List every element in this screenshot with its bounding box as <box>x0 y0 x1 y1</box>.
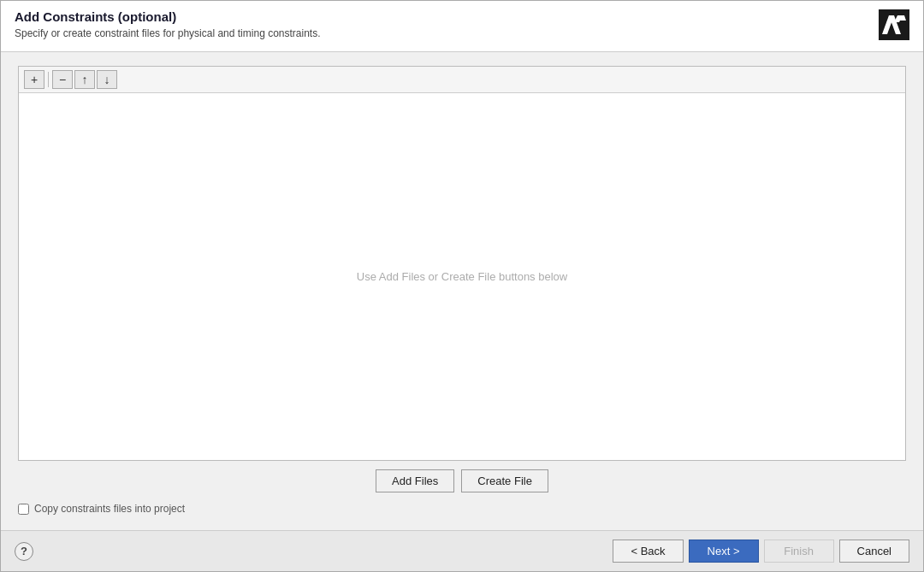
move-up-button[interactable]: ↑ <box>74 70 95 89</box>
footer-right: < Back Next > Finish Cancel <box>613 540 909 563</box>
back-button[interactable]: < Back <box>613 540 683 563</box>
create-file-button[interactable]: Create File <box>461 469 548 492</box>
dialog-subtitle: Specify or create constraint files for p… <box>15 27 879 39</box>
footer-left: ? <box>15 542 33 561</box>
dialog-title: Add Constraints (optional) <box>15 9 879 24</box>
main-content: + − ↑ ↓ Use Add Files or Create File but… <box>1 52 923 530</box>
file-list-area: Use Add Files or Create File buttons bel… <box>19 93 905 460</box>
bottom-actions: Add Files Create File <box>18 469 906 492</box>
header: Add Constraints (optional) Specify or cr… <box>1 1 923 52</box>
remove-button[interactable]: − <box>52 70 73 89</box>
file-panel: + − ↑ ↓ Use Add Files or Create File but… <box>18 66 906 461</box>
help-button[interactable]: ? <box>15 542 33 561</box>
dialog: Add Constraints (optional) Specify or cr… <box>0 0 924 572</box>
cancel-button[interactable]: Cancel <box>839 540 909 563</box>
add-button[interactable]: + <box>24 70 44 89</box>
copy-files-label[interactable]: Copy constraints files into project <box>34 503 185 515</box>
amd-logo <box>879 9 909 40</box>
toolbar: + − ↑ ↓ <box>19 67 905 93</box>
copy-files-checkbox[interactable] <box>18 504 29 515</box>
toolbar-separator <box>48 72 49 87</box>
copy-files-row: Copy constraints files into project <box>18 499 906 522</box>
footer: ? < Back Next > Finish Cancel <box>1 530 923 571</box>
next-button[interactable]: Next > <box>689 540 759 563</box>
add-files-button[interactable]: Add Files <box>376 469 454 492</box>
header-text: Add Constraints (optional) Specify or cr… <box>15 9 879 39</box>
move-down-button[interactable]: ↓ <box>97 70 117 89</box>
empty-hint: Use Add Files or Create File buttons bel… <box>357 270 567 283</box>
finish-button: Finish <box>764 540 834 563</box>
